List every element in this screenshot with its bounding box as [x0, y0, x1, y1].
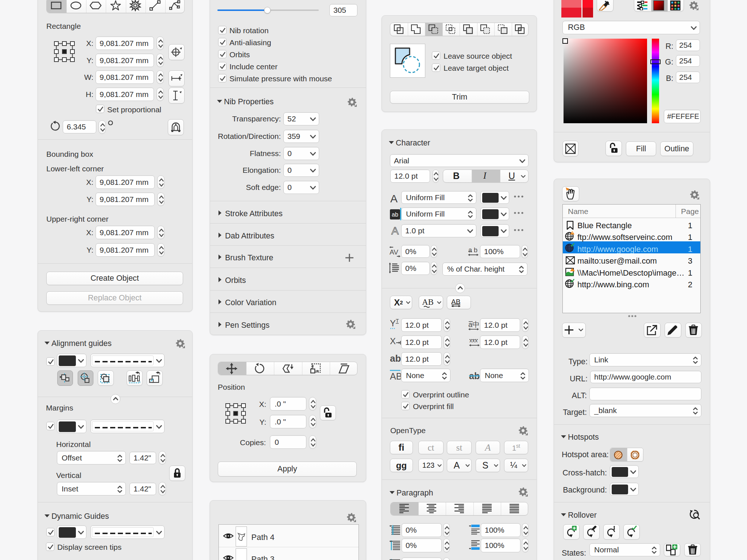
svg-text:Y: Y [390, 318, 396, 328]
svg-text:A: A [391, 225, 399, 236]
svg-text:T: T [396, 318, 399, 324]
svg-text:a b: a b [468, 246, 477, 254]
svg-text:AB: AB [422, 298, 434, 307]
svg-text:ab: ab [392, 211, 398, 218]
svg-text:xxx: xxx [469, 337, 478, 343]
svg-text:ab: ab [390, 353, 401, 364]
svg-text:X: X [390, 336, 396, 346]
svg-text:AB: AB [390, 371, 401, 381]
svg-text:AV: AV [390, 248, 398, 256]
